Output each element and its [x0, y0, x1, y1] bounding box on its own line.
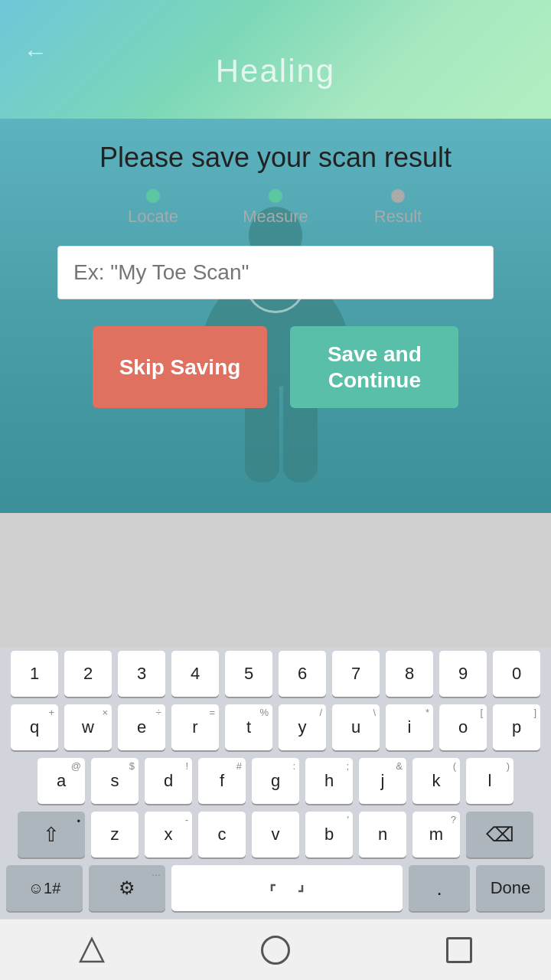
keyboard-number-row: 1 2 3 4 5 6 7 8 9 0: [0, 647, 551, 701]
keyboard-row-3: ⇧• z x- c v b' n m? ⌫: [0, 808, 551, 861]
key-1[interactable]: 1: [11, 651, 58, 697]
gear-key[interactable]: ⚙ ···: [89, 865, 165, 911]
step-label-result: Result: [374, 207, 422, 227]
keyboard-row-2: a@ s$ d! f# g: h; j& k( l): [0, 754, 551, 808]
key-w[interactable]: w×: [64, 704, 112, 750]
nav-back-button[interactable]: [69, 927, 115, 973]
skip-saving-button[interactable]: Skip Saving: [93, 326, 268, 408]
key-g[interactable]: g:: [252, 758, 299, 804]
step-indicators: Locate Measure Result: [0, 181, 551, 234]
action-buttons: Skip Saving Save andContinue: [0, 311, 551, 423]
key-r[interactable]: r=: [171, 704, 219, 750]
top-section: ← Healing Please save your scan result L…: [0, 0, 551, 513]
step-locate: Locate: [92, 189, 214, 227]
gradient-header: ← Healing: [0, 0, 551, 119]
step-label-measure: Measure: [243, 207, 308, 227]
key-h[interactable]: h;: [305, 758, 353, 804]
done-key[interactable]: Done: [476, 865, 545, 911]
save-continue-button[interactable]: Save andContinue: [290, 326, 458, 408]
step-result: Result: [337, 189, 459, 227]
key-n[interactable]: n: [359, 812, 406, 858]
shift-key[interactable]: ⇧•: [18, 812, 85, 858]
key-z[interactable]: z: [91, 812, 139, 858]
key-7[interactable]: 7: [332, 651, 380, 697]
key-x[interactable]: x-: [145, 812, 192, 858]
key-k[interactable]: k(: [412, 758, 460, 804]
scan-name-input[interactable]: [73, 260, 478, 285]
key-4[interactable]: 4: [171, 651, 219, 697]
space-key[interactable]: [171, 865, 403, 911]
key-5[interactable]: 5: [225, 651, 272, 697]
modal-overlay: Please save your scan result Locate Meas…: [0, 119, 551, 423]
key-m[interactable]: m?: [412, 812, 460, 858]
step-dot-measure: [269, 189, 282, 203]
key-j[interactable]: j&: [359, 758, 406, 804]
key-b[interactable]: b': [305, 812, 353, 858]
keyboard: 1 2 3 4 5 6 7 8 9 0 q+ w× e÷ r= t% y/ u\…: [0, 647, 551, 919]
key-i[interactable]: i*: [386, 704, 433, 750]
home-circle-icon: [261, 936, 290, 965]
nav-bar: [0, 919, 551, 980]
key-y[interactable]: y/: [279, 704, 326, 750]
key-s[interactable]: s$: [91, 758, 139, 804]
key-0[interactable]: 0: [493, 651, 540, 697]
recent-square-icon: [446, 937, 472, 963]
step-dot-locate: [146, 189, 160, 203]
step-label-locate: Locate: [128, 207, 178, 227]
step-dot-result: [391, 189, 405, 203]
key-e[interactable]: e÷: [118, 704, 165, 750]
scan-name-container: [57, 246, 494, 299]
key-f[interactable]: f#: [198, 758, 246, 804]
key-o[interactable]: o[: [439, 704, 487, 750]
key-v[interactable]: v: [252, 812, 299, 858]
key-8[interactable]: 8: [386, 651, 433, 697]
key-p[interactable]: p]: [493, 704, 540, 750]
page-title: Please save your scan result: [0, 134, 551, 181]
key-q[interactable]: q+: [11, 704, 58, 750]
key-3[interactable]: 3: [118, 651, 165, 697]
header-title: Healing: [216, 53, 335, 90]
back-arrow-icon[interactable]: ←: [23, 38, 47, 67]
svg-marker-5: [80, 939, 103, 962]
key-a[interactable]: a@: [37, 758, 85, 804]
key-6[interactable]: 6: [279, 651, 326, 697]
key-9[interactable]: 9: [439, 651, 487, 697]
key-2[interactable]: 2: [64, 651, 112, 697]
key-c[interactable]: c: [198, 812, 246, 858]
key-d[interactable]: d!: [145, 758, 192, 804]
key-t[interactable]: t%: [225, 704, 272, 750]
key-l[interactable]: l): [466, 758, 514, 804]
backspace-key[interactable]: ⌫: [466, 812, 533, 858]
period-key[interactable]: .: [409, 865, 470, 911]
nav-home-button[interactable]: [253, 927, 298, 973]
emoji-key[interactable]: ☺1#: [6, 865, 83, 911]
nav-recent-button[interactable]: [436, 927, 482, 973]
keyboard-bottom-row: ☺1# ⚙ ··· . Done: [0, 861, 551, 919]
keyboard-row-1: q+ w× e÷ r= t% y/ u\ i* o[ p]: [0, 701, 551, 754]
key-u[interactable]: u\: [332, 704, 380, 750]
step-measure: Measure: [214, 189, 337, 227]
